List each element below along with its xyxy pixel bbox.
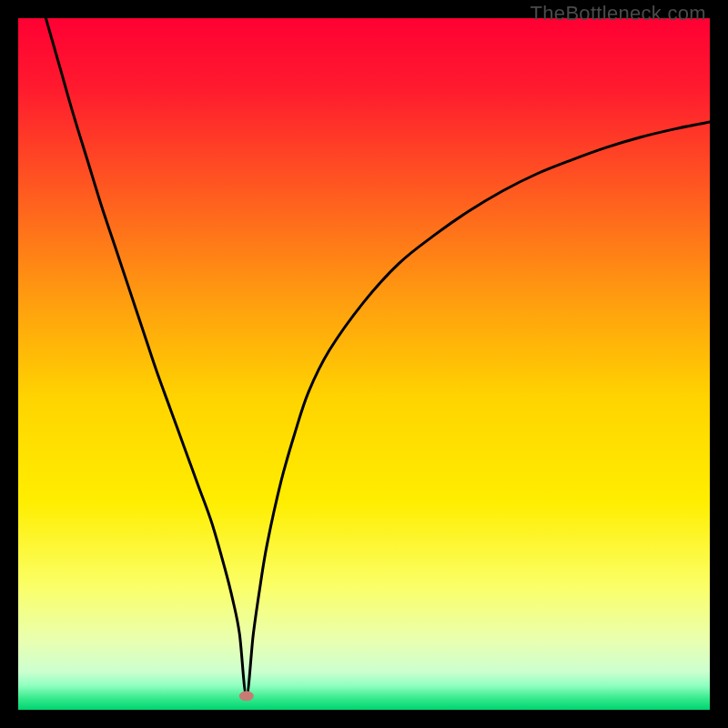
minimum-marker <box>239 691 254 701</box>
chart-frame <box>18 18 710 710</box>
chart-curve-layer <box>18 18 710 710</box>
bottleneck-curve <box>46 18 710 696</box>
watermark-text: TheBottleneck.com <box>531 2 706 25</box>
